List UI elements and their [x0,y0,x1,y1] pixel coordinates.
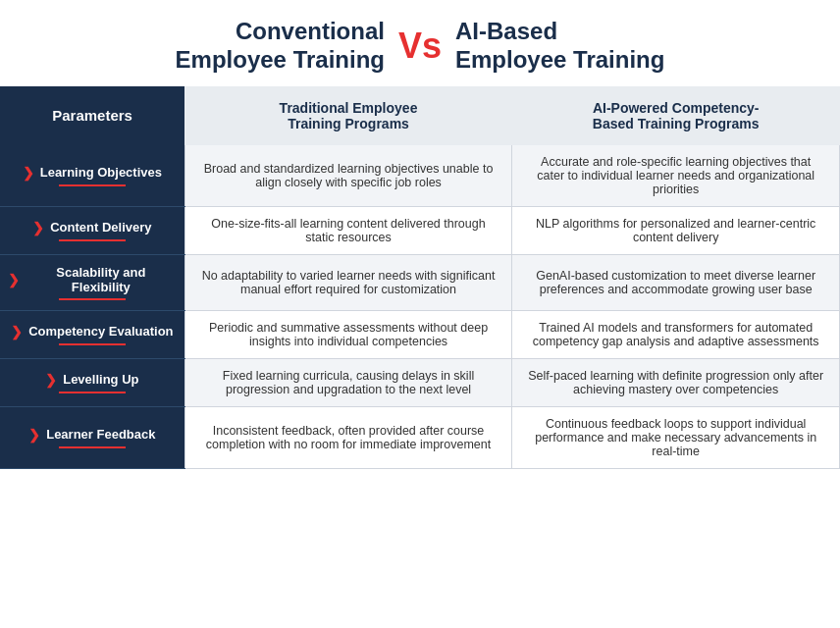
traditional-cell-4: Fixed learning curricula, causing delays… [184,358,512,406]
header-left-text: ConventionalEmployee Training [176,18,385,75]
chevron-icon: ❯ [28,427,40,443]
ai-cell-5: Continuous feedback loops to support ind… [512,406,840,468]
param-label: Learning Objectives [40,165,162,180]
header-right-text: AI-BasedEmployee Training [455,18,664,75]
ai-cell-0: Accurate and role-specific learning obje… [512,145,840,207]
traditional-cell-2: No adaptability to varied learner needs … [184,254,512,310]
chevron-icon: ❯ [32,220,44,236]
col-header-param: Parameters [0,86,184,145]
ai-cell-3: Trained AI models and transformers for a… [512,310,840,358]
param-cell-2: ❯Scalability and Flexibility [0,254,184,310]
traditional-cell-1: One-size-fits-all learning content deliv… [184,206,512,254]
page-header: ConventionalEmployee Training Vs AI-Base… [0,0,840,86]
ai-cell-2: GenAI-based customization to meet divers… [512,254,840,310]
param-cell-1: ❯Content Delivery [0,206,184,254]
traditional-cell-3: Periodic and summative assessments witho… [184,310,512,358]
param-label: Content Delivery [50,220,151,235]
col-header-ai: AI-Powered Competency-Based Training Pro… [512,86,840,145]
param-label: Competency Evaluation [28,324,173,339]
param-label: Learner Feedback [46,427,155,442]
chevron-icon: ❯ [45,372,57,388]
param-cell-5: ❯Learner Feedback [0,406,184,468]
chevron-icon: ❯ [23,165,34,181]
traditional-cell-5: Inconsistent feedback, often provided af… [184,406,512,468]
col-header-traditional: Traditional EmployeeTraining Programs [184,86,512,145]
traditional-cell-0: Broad and standardized learning objectiv… [184,145,512,207]
param-cell-4: ❯Levelling Up [0,358,184,406]
comparison-table: Parameters Traditional EmployeeTraining … [0,86,840,469]
vs-label: Vs [393,26,447,67]
param-label: Levelling Up [63,372,138,387]
param-label: Scalability and Flexibility [26,265,177,294]
param-cell-0: ❯Learning Objectives [0,145,184,207]
ai-cell-4: Self-paced learning with definite progre… [512,358,840,406]
param-cell-3: ❯Competency Evaluation [0,310,184,358]
page-wrapper: ConventionalEmployee Training Vs AI-Base… [0,0,840,469]
chevron-icon: ❯ [11,324,23,340]
chevron-icon: ❯ [8,272,20,288]
ai-cell-1: NLP algorithms for personalized and lear… [512,206,840,254]
